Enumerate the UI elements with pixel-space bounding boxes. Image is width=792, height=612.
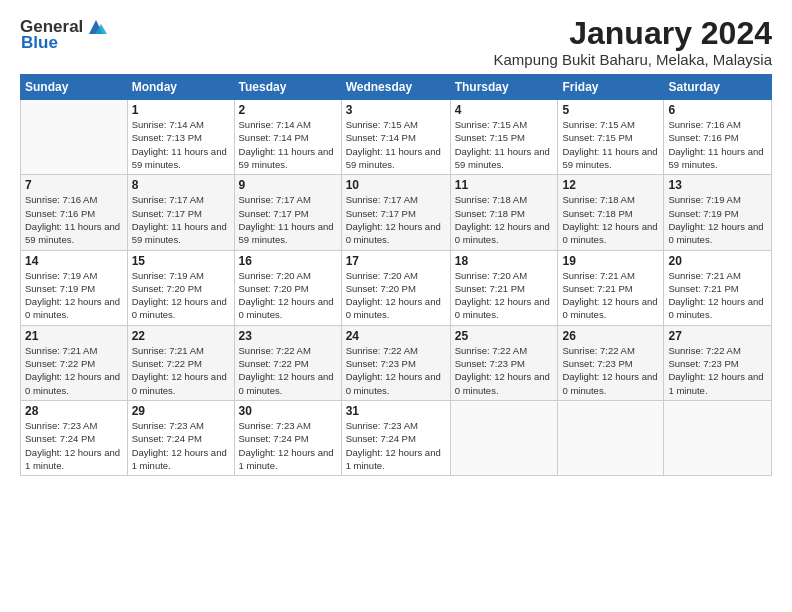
calendar-cell: 26Sunrise: 7:22 AM Sunset: 7:23 PM Dayli… (558, 325, 664, 400)
day-info: Sunrise: 7:18 AM Sunset: 7:18 PM Dayligh… (562, 193, 659, 246)
day-info: Sunrise: 7:19 AM Sunset: 7:19 PM Dayligh… (25, 269, 123, 322)
day-number: 12 (562, 178, 659, 192)
day-info: Sunrise: 7:16 AM Sunset: 7:16 PM Dayligh… (668, 118, 767, 171)
title-month: January 2024 (494, 16, 772, 51)
calendar-week-5: 28Sunrise: 7:23 AM Sunset: 7:24 PM Dayli… (21, 400, 772, 475)
day-number: 11 (455, 178, 554, 192)
day-info: Sunrise: 7:14 AM Sunset: 7:14 PM Dayligh… (239, 118, 337, 171)
day-number: 15 (132, 254, 230, 268)
day-info: Sunrise: 7:20 AM Sunset: 7:21 PM Dayligh… (455, 269, 554, 322)
day-info: Sunrise: 7:22 AM Sunset: 7:23 PM Dayligh… (668, 344, 767, 397)
day-info: Sunrise: 7:17 AM Sunset: 7:17 PM Dayligh… (346, 193, 446, 246)
day-number: 18 (455, 254, 554, 268)
calendar-cell: 22Sunrise: 7:21 AM Sunset: 7:22 PM Dayli… (127, 325, 234, 400)
day-number: 30 (239, 404, 337, 418)
calendar-cell: 25Sunrise: 7:22 AM Sunset: 7:23 PM Dayli… (450, 325, 558, 400)
day-number: 28 (25, 404, 123, 418)
calendar-week-4: 21Sunrise: 7:21 AM Sunset: 7:22 PM Dayli… (21, 325, 772, 400)
day-number: 1 (132, 103, 230, 117)
calendar-cell: 1Sunrise: 7:14 AM Sunset: 7:13 PM Daylig… (127, 100, 234, 175)
page: General Blue January 2024 Kampung Bukit … (0, 0, 792, 612)
calendar-cell: 14Sunrise: 7:19 AM Sunset: 7:19 PM Dayli… (21, 250, 128, 325)
calendar-cell: 31Sunrise: 7:23 AM Sunset: 7:24 PM Dayli… (341, 400, 450, 475)
calendar-cell: 8Sunrise: 7:17 AM Sunset: 7:17 PM Daylig… (127, 175, 234, 250)
calendar-cell: 17Sunrise: 7:20 AM Sunset: 7:20 PM Dayli… (341, 250, 450, 325)
day-number: 20 (668, 254, 767, 268)
day-info: Sunrise: 7:23 AM Sunset: 7:24 PM Dayligh… (239, 419, 337, 472)
calendar-cell: 11Sunrise: 7:18 AM Sunset: 7:18 PM Dayli… (450, 175, 558, 250)
day-info: Sunrise: 7:15 AM Sunset: 7:15 PM Dayligh… (562, 118, 659, 171)
day-info: Sunrise: 7:14 AM Sunset: 7:13 PM Dayligh… (132, 118, 230, 171)
calendar-cell: 30Sunrise: 7:23 AM Sunset: 7:24 PM Dayli… (234, 400, 341, 475)
day-info: Sunrise: 7:20 AM Sunset: 7:20 PM Dayligh… (239, 269, 337, 322)
calendar-cell: 7Sunrise: 7:16 AM Sunset: 7:16 PM Daylig… (21, 175, 128, 250)
day-number: 26 (562, 329, 659, 343)
calendar-cell: 27Sunrise: 7:22 AM Sunset: 7:23 PM Dayli… (664, 325, 772, 400)
calendar-cell: 10Sunrise: 7:17 AM Sunset: 7:17 PM Dayli… (341, 175, 450, 250)
logo-icon (85, 16, 107, 38)
col-friday: Friday (558, 75, 664, 100)
calendar-cell: 16Sunrise: 7:20 AM Sunset: 7:20 PM Dayli… (234, 250, 341, 325)
calendar-cell: 6Sunrise: 7:16 AM Sunset: 7:16 PM Daylig… (664, 100, 772, 175)
calendar-cell: 2Sunrise: 7:14 AM Sunset: 7:14 PM Daylig… (234, 100, 341, 175)
calendar-cell: 13Sunrise: 7:19 AM Sunset: 7:19 PM Dayli… (664, 175, 772, 250)
calendar-cell: 20Sunrise: 7:21 AM Sunset: 7:21 PM Dayli… (664, 250, 772, 325)
title-location: Kampung Bukit Baharu, Melaka, Malaysia (494, 51, 772, 68)
day-number: 7 (25, 178, 123, 192)
calendar-cell: 24Sunrise: 7:22 AM Sunset: 7:23 PM Dayli… (341, 325, 450, 400)
day-number: 21 (25, 329, 123, 343)
calendar-cell: 12Sunrise: 7:18 AM Sunset: 7:18 PM Dayli… (558, 175, 664, 250)
title-block: January 2024 Kampung Bukit Baharu, Melak… (494, 16, 772, 68)
day-info: Sunrise: 7:16 AM Sunset: 7:16 PM Dayligh… (25, 193, 123, 246)
col-saturday: Saturday (664, 75, 772, 100)
day-info: Sunrise: 7:22 AM Sunset: 7:22 PM Dayligh… (239, 344, 337, 397)
day-info: Sunrise: 7:19 AM Sunset: 7:20 PM Dayligh… (132, 269, 230, 322)
calendar-cell: 28Sunrise: 7:23 AM Sunset: 7:24 PM Dayli… (21, 400, 128, 475)
logo-blue-text: Blue (21, 34, 58, 53)
day-number: 14 (25, 254, 123, 268)
day-info: Sunrise: 7:23 AM Sunset: 7:24 PM Dayligh… (132, 419, 230, 472)
day-number: 27 (668, 329, 767, 343)
day-number: 16 (239, 254, 337, 268)
day-info: Sunrise: 7:23 AM Sunset: 7:24 PM Dayligh… (346, 419, 446, 472)
calendar-cell: 4Sunrise: 7:15 AM Sunset: 7:15 PM Daylig… (450, 100, 558, 175)
col-sunday: Sunday (21, 75, 128, 100)
day-info: Sunrise: 7:22 AM Sunset: 7:23 PM Dayligh… (455, 344, 554, 397)
day-info: Sunrise: 7:17 AM Sunset: 7:17 PM Dayligh… (132, 193, 230, 246)
day-number: 25 (455, 329, 554, 343)
day-info: Sunrise: 7:21 AM Sunset: 7:22 PM Dayligh… (132, 344, 230, 397)
day-number: 10 (346, 178, 446, 192)
day-info: Sunrise: 7:23 AM Sunset: 7:24 PM Dayligh… (25, 419, 123, 472)
day-number: 4 (455, 103, 554, 117)
col-tuesday: Tuesday (234, 75, 341, 100)
day-number: 13 (668, 178, 767, 192)
day-info: Sunrise: 7:21 AM Sunset: 7:21 PM Dayligh… (562, 269, 659, 322)
calendar-cell (450, 400, 558, 475)
day-info: Sunrise: 7:17 AM Sunset: 7:17 PM Dayligh… (239, 193, 337, 246)
day-info: Sunrise: 7:22 AM Sunset: 7:23 PM Dayligh… (562, 344, 659, 397)
day-number: 17 (346, 254, 446, 268)
day-number: 2 (239, 103, 337, 117)
day-info: Sunrise: 7:15 AM Sunset: 7:15 PM Dayligh… (455, 118, 554, 171)
calendar-cell: 15Sunrise: 7:19 AM Sunset: 7:20 PM Dayli… (127, 250, 234, 325)
calendar-cell: 21Sunrise: 7:21 AM Sunset: 7:22 PM Dayli… (21, 325, 128, 400)
calendar-header-row: Sunday Monday Tuesday Wednesday Thursday… (21, 75, 772, 100)
day-info: Sunrise: 7:21 AM Sunset: 7:22 PM Dayligh… (25, 344, 123, 397)
day-number: 6 (668, 103, 767, 117)
day-number: 29 (132, 404, 230, 418)
calendar-cell (664, 400, 772, 475)
col-thursday: Thursday (450, 75, 558, 100)
day-number: 8 (132, 178, 230, 192)
calendar-cell: 9Sunrise: 7:17 AM Sunset: 7:17 PM Daylig… (234, 175, 341, 250)
day-number: 9 (239, 178, 337, 192)
col-monday: Monday (127, 75, 234, 100)
calendar-cell (21, 100, 128, 175)
day-info: Sunrise: 7:19 AM Sunset: 7:19 PM Dayligh… (668, 193, 767, 246)
day-number: 24 (346, 329, 446, 343)
day-number: 23 (239, 329, 337, 343)
day-number: 3 (346, 103, 446, 117)
day-number: 5 (562, 103, 659, 117)
header: General Blue January 2024 Kampung Bukit … (20, 16, 772, 68)
day-info: Sunrise: 7:22 AM Sunset: 7:23 PM Dayligh… (346, 344, 446, 397)
calendar-cell (558, 400, 664, 475)
